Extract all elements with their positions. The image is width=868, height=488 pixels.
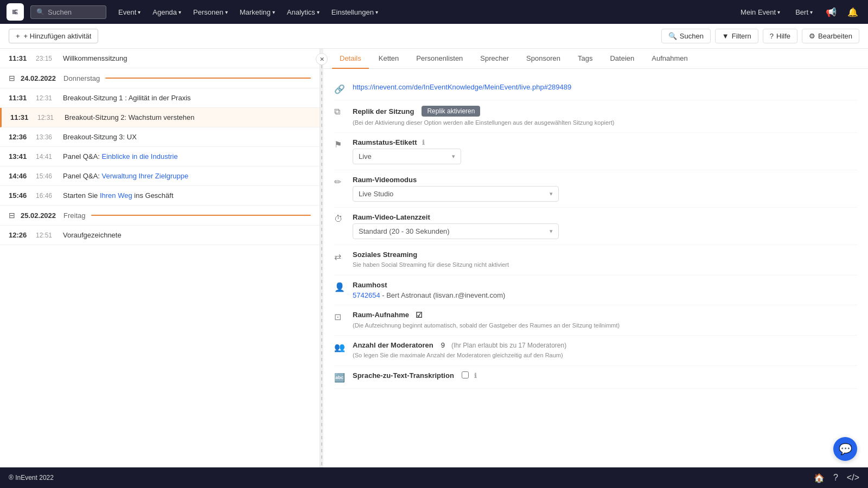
collapse-icon: ⊟ (9, 211, 15, 220)
chevron-down-icon: ▾ (550, 190, 553, 197)
close-panel-button[interactable]: ✕ (316, 53, 328, 65)
copy-icon: ⧉ (334, 107, 346, 117)
time-end: 13:36 (36, 133, 56, 141)
info-icon[interactable]: ℹ (474, 372, 477, 380)
time-start: 12:36 (9, 133, 29, 141)
day-date: 25.02.2022 (21, 211, 56, 220)
code-icon[interactable]: </> (847, 473, 859, 483)
agenda-title: Voraufgezeichnete (63, 231, 311, 239)
day-header-2[interactable]: ⊟ 25.02.2022 Freitag (0, 206, 320, 226)
agenda-item-vorauf[interactable]: 12:26 12:51 Voraufgezeichnete (0, 226, 320, 245)
info-icon[interactable]: ℹ (422, 139, 425, 146)
top-navigation: IE 🔍 Suchen Event ▾ Agenda ▾ Personen ▾ … (0, 0, 868, 24)
bell-icon[interactable]: 🔔 (844, 5, 861, 20)
search-icon: 🔍 (36, 8, 44, 16)
time-start: 14:46 (9, 172, 29, 180)
time-start: 11:31 (10, 113, 31, 121)
collapse-icon: ⊟ (9, 74, 15, 82)
room-status-dropdown[interactable]: Live ▾ (353, 149, 461, 164)
question-icon[interactable]: ? (833, 473, 838, 483)
time-start: 12:26 (9, 231, 29, 239)
day-line (91, 215, 311, 216)
agenda-item-welcome[interactable]: 11:31 23:15 Willkommenssitzung (0, 49, 320, 68)
agenda-title: Breakout-Sitzung 3: UX (63, 133, 311, 141)
agenda-item-breakout3[interactable]: 12:36 13:36 Breakout-Sitzung 3: UX (0, 127, 320, 147)
field-replica: ⧉ Replik der Sitzung Replik aktivieren (… (334, 100, 857, 133)
latency-dropdown[interactable]: Standard (20 - 30 Sekunden) ▾ (353, 223, 559, 239)
field-video-mode: ✏ Raum-Videomodus Live Studio ▾ (334, 170, 857, 208)
tab-personenlisten[interactable]: Personenlisten (409, 49, 470, 69)
day-header-1[interactable]: ⊟ 24.02.2022 Donnerstag (0, 68, 320, 88)
chevron-down-icon: ▾ (452, 153, 455, 160)
app-logo[interactable]: IE (7, 3, 24, 21)
tab-tags[interactable]: Tags (570, 49, 600, 69)
agenda-item-breakout2[interactable]: 11:31 12:31 Breakout-Sitzung 2: Wachstum… (0, 108, 320, 127)
nav-item-event[interactable]: Event ▾ (113, 5, 146, 20)
time-end: 15:46 (36, 172, 56, 180)
latency-icon: ⏱ (334, 214, 346, 224)
toolbar-right: 🔍 Suchen ▼ Filtern ? Hilfe ⚙ Bearbeiten (661, 29, 859, 43)
help-button[interactable]: ? Hilfe (763, 29, 797, 43)
edit-button[interactable]: ⚙ Bearbeiten (802, 29, 859, 43)
search-button[interactable]: 🔍 Suchen (661, 29, 711, 43)
agenda-item-panel1[interactable]: 13:41 14:41 Panel Q&A: Einblicke in die … (0, 147, 320, 166)
nav-item-analytics[interactable]: Analytics ▾ (282, 5, 325, 20)
time-start: 11:31 (9, 54, 29, 62)
agenda-item-start[interactable]: 15:46 16:46 Starten Sie Ihren Weg ins Ge… (0, 186, 320, 206)
replica-note: (Bei der Aktivierung dieser Option werde… (353, 119, 857, 127)
flag-icon: ⚑ (334, 139, 346, 150)
chevron-down-icon: ▾ (225, 9, 228, 15)
home-icon[interactable]: 🏠 (814, 473, 825, 483)
tab-dateien[interactable]: Dateien (602, 49, 642, 69)
time-end: 12:51 (36, 232, 56, 239)
footer-icons: 🏠 ? </> (814, 473, 859, 483)
nav-item-marketing[interactable]: Marketing ▾ (234, 5, 280, 20)
nav-item-mein-event[interactable]: Mein Event ▾ (735, 5, 786, 20)
toolbar: + + Hinzufügen aktivität 🔍 Suchen ▼ Filt… (0, 24, 868, 49)
video-mode-icon: ✏ (334, 177, 346, 187)
activate-replica-button[interactable]: Replik aktivieren (422, 106, 480, 117)
agenda-title: Panel Q&A: Einblicke in die Industrie (63, 152, 311, 160)
session-url[interactable]: https://inevent.com/de/InEventKnowledge/… (353, 83, 571, 91)
chevron-down-icon: ▾ (777, 9, 780, 15)
tab-sponsoren[interactable]: Sponsoren (519, 49, 568, 69)
agenda-title: Willkommenssitzung (63, 54, 311, 62)
agenda-item-panel2[interactable]: 14:46 15:46 Panel Q&A: Verwaltung Ihrer … (0, 166, 320, 186)
tab-aufnahmen[interactable]: Aufnahmen (644, 49, 695, 69)
time-start: 11:31 (9, 94, 29, 102)
field-transcription: 🔤 Sprache-zu-Text-Transkription ℹ (334, 366, 857, 389)
nav-item-personen[interactable]: Personen ▾ (188, 5, 233, 20)
nav-item-bert[interactable]: Bert ▾ (790, 5, 818, 20)
footer-brand: ® InEvent 2022 (9, 474, 54, 481)
nav-item-agenda[interactable]: Agenda ▾ (147, 5, 187, 20)
field-moderators: 👥 Anzahl der Moderatoren 9 (Ihr Plan erl… (334, 336, 857, 365)
filter-button[interactable]: ▼ Filtern (715, 29, 758, 43)
host-icon: 👤 (334, 282, 346, 292)
search-box[interactable]: 🔍 Suchen (30, 5, 106, 19)
agenda-list: 11:31 23:15 Willkommenssitzung ⊟ 24.02.2… (0, 49, 320, 467)
moderators-icon: 👥 (334, 342, 346, 352)
agenda-title: Panel Q&A: Verwaltung Ihrer Zielgruppe (63, 172, 311, 180)
field-room-status: ⚑ Raumstatus-Etikett ℹ Live ▾ (334, 133, 857, 170)
field-social-streaming: ⇄ Soziales Streaming Sie haben Social St… (334, 245, 857, 275)
chat-bubble-button[interactable]: 💬 (833, 437, 857, 461)
add-activity-button[interactable]: + + Hinzufügen aktivität (9, 29, 98, 43)
day-line (105, 78, 311, 79)
nav-item-einstellungen[interactable]: Einstellungen ▾ (326, 5, 384, 20)
time-end: 12:31 (36, 94, 56, 102)
search-icon: 🔍 (668, 32, 677, 40)
megaphone-icon[interactable]: 📢 (822, 5, 840, 20)
time-start: 15:46 (9, 191, 29, 200)
gear-icon: ⚙ (809, 32, 815, 40)
transcription-checkbox-wrapper (462, 371, 469, 380)
plus-icon: + (16, 32, 20, 40)
transcription-checkbox[interactable] (462, 371, 469, 378)
video-mode-dropdown[interactable]: Live Studio ▾ (353, 186, 559, 202)
tab-ketten[interactable]: Ketten (371, 49, 407, 69)
agenda-item-breakout1[interactable]: 11:31 12:31 Breakout-Sitzung 1 : Agilitä… (0, 88, 320, 108)
tab-details[interactable]: Details (332, 49, 369, 69)
help-icon: ? (770, 32, 774, 40)
tab-sprecher[interactable]: Sprecher (473, 49, 516, 69)
day-date: 24.02.2022 (21, 74, 56, 82)
detail-panel: Details Ketten Personenlisten Sprecher S… (323, 49, 868, 467)
